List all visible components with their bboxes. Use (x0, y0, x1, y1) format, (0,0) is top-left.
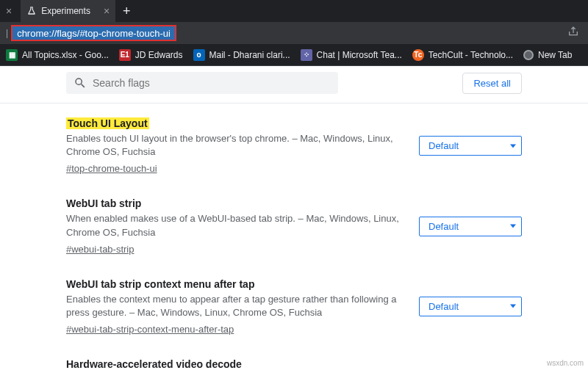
address-bar: | chrome://flags/#top-chrome-touch-ui (0, 22, 588, 44)
tab-strip: × Experiments × + (0, 0, 588, 22)
page-content: Reset all Touch UI LayoutEnables touch U… (0, 66, 588, 370)
flag-title: Hardware-accelerated video decode (66, 358, 242, 370)
bookmark-label: JD Edwards (135, 50, 183, 60)
flag-info: WebUI tab strip context menu after tapEn… (66, 278, 404, 335)
flag-select-wrap: Default (419, 136, 522, 156)
flag-row: Hardware-accelerated video decodeHardwar… (66, 344, 522, 370)
flag-anchor-link[interactable]: #webui-tab-strip (66, 244, 135, 255)
bookmark-icon: E1 (119, 49, 131, 61)
bookmark-item[interactable]: E1JD Edwards (119, 49, 183, 61)
new-tab-button[interactable]: + (115, 4, 138, 19)
bookmark-item[interactable]: TcTechCult - Technolo... (412, 49, 513, 61)
tab-title: Experiments (41, 6, 90, 16)
watermark: wsxdn.com (547, 359, 584, 367)
flag-anchor-link[interactable]: #top-chrome-touch-ui (66, 163, 157, 174)
flask-icon (26, 6, 37, 16)
flag-select-wrap: Default (419, 217, 522, 236)
bookmark-item[interactable]: ⁘Chat | Microsoft Tea... (301, 49, 402, 61)
flag-row: WebUI tab stripWhen enabled makes use of… (66, 184, 522, 264)
close-icon[interactable]: × (6, 5, 12, 17)
flag-select[interactable]: Default (419, 297, 522, 316)
flag-info: Hardware-accelerated video decodeHardwar… (66, 358, 404, 370)
flag-description: Enables touch UI layout in the browser's… (66, 132, 404, 159)
bookmark-label: Mail - Dharani clari... (209, 50, 290, 60)
bookmark-label: New Tab (538, 50, 572, 60)
url-input[interactable]: chrome://flags/#top-chrome-touch-ui (11, 25, 176, 41)
flag-title: WebUI tab strip (66, 197, 141, 209)
bookmark-item[interactable]: ▦All Topics.xlsx - Goo... (6, 49, 109, 61)
flag-title: Touch UI Layout (66, 117, 149, 129)
reset-all-button[interactable]: Reset all (462, 73, 522, 94)
flag-select[interactable]: Default (419, 217, 522, 236)
bookmark-item[interactable]: New Tab (523, 50, 572, 60)
bookmark-label: TechCult - Technolo... (429, 50, 513, 60)
search-icon (74, 76, 87, 90)
flag-description: Enables the context menu to appear after… (66, 293, 404, 319)
flag-description: When enabled makes use of a WebUI-based … (66, 212, 404, 239)
flag-row: Touch UI LayoutEnables touch UI layout i… (66, 104, 522, 184)
flag-info: WebUI tab stripWhen enabled makes use of… (66, 197, 404, 255)
bookmark-icon: ⁘ (301, 49, 312, 61)
flag-anchor-link[interactable]: #webui-tab-strip-context-menu-after-tap (66, 324, 234, 335)
flag-select-wrap: Default (419, 297, 522, 316)
close-icon[interactable]: × (104, 5, 110, 17)
bookmark-label: All Topics.xlsx - Goo... (22, 50, 109, 60)
tab-active[interactable]: Experiments × (21, 0, 115, 22)
url-text: chrome://flags/#top-chrome-touch-ui (17, 28, 171, 39)
divider: | (6, 28, 8, 38)
flags-list: Touch UI LayoutEnables touch UI layout i… (0, 104, 588, 370)
share-icon[interactable] (564, 26, 582, 40)
flag-title: WebUI tab strip context menu after tap (66, 278, 254, 290)
bookmark-icon: o (193, 49, 205, 61)
bookmark-icon (523, 50, 534, 60)
flag-select[interactable]: Default (419, 136, 522, 156)
search-input[interactable] (93, 77, 331, 89)
search-box[interactable] (66, 72, 338, 94)
bookmarks-bar: ▦All Topics.xlsx - Goo...E1JD EdwardsoMa… (0, 44, 588, 66)
flag-row: WebUI tab strip context menu after tapEn… (66, 264, 522, 344)
bookmark-icon: ▦ (6, 49, 18, 61)
flag-info: Touch UI LayoutEnables touch UI layout i… (66, 117, 404, 175)
bookmark-icon: Tc (412, 49, 424, 61)
bookmark-item[interactable]: oMail - Dharani clari... (193, 49, 290, 61)
top-controls: Reset all (0, 66, 588, 100)
tab-inactive[interactable]: × (0, 0, 21, 22)
bookmark-label: Chat | Microsoft Tea... (317, 50, 402, 60)
